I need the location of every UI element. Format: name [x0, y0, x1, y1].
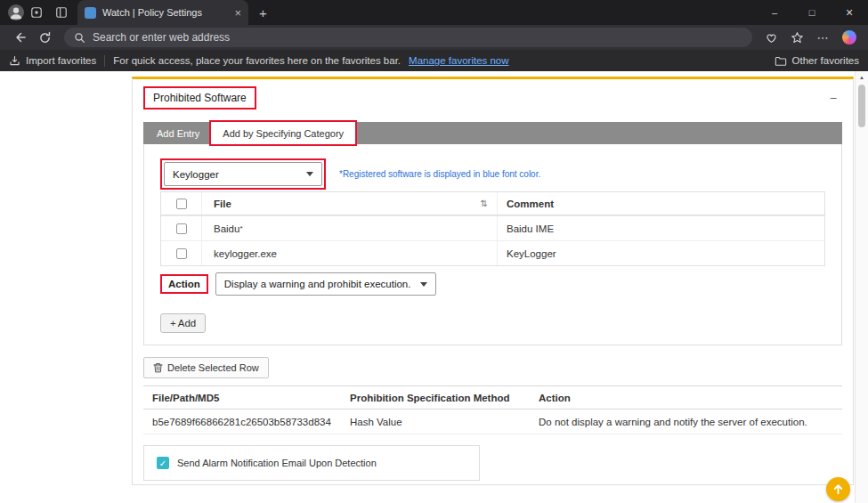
tab-add-by-category[interactable]: Add by Specifying Category	[211, 122, 355, 144]
browser-essentials-icon[interactable]	[759, 27, 783, 48]
entry-tabbar: Add Entry Add by Specifying Category	[143, 122, 842, 144]
column-header: File/Path/MD5	[143, 393, 350, 403]
back-to-top-button[interactable]	[826, 477, 850, 501]
comment-header: Comment	[497, 192, 824, 215]
action-select-value: Display a warning and prohibit execution…	[224, 279, 411, 289]
import-favorites-label: Import favorites	[26, 55, 96, 66]
scroll-up-icon[interactable]: ▲	[856, 75, 868, 80]
search-icon	[74, 32, 85, 44]
action-cell: Do not display a warning and notify the …	[539, 417, 842, 427]
row-checkbox[interactable]	[176, 248, 187, 259]
folder-icon	[775, 55, 787, 67]
category-select-value: Keylogger	[173, 169, 219, 180]
prohibition-table: File/Path/MD5 Prohibition Specification …	[143, 385, 842, 434]
profile-avatar[interactable]	[8, 4, 24, 20]
panel-header: Prohibited Software −	[143, 86, 842, 110]
table-row: keylogger.exe KeyLogger	[161, 240, 824, 265]
prohibited-software-panel: Prohibited Software − Add Entry Add by S…	[132, 77, 854, 485]
browser-tab[interactable]: Watch | Policy Settings ×	[77, 0, 248, 25]
file-cell: keylogger.exe	[214, 248, 277, 259]
sort-icon[interactable]: ⇅	[481, 199, 488, 208]
minimize-button[interactable]: –	[756, 0, 793, 25]
column-header: Action	[539, 393, 842, 403]
tab-title: Watch | Policy Settings	[102, 7, 228, 18]
back-arrow-icon	[12, 30, 27, 45]
settings-menu-icon[interactable]: ⋯	[811, 27, 835, 48]
person-icon	[8, 4, 24, 20]
favorites-hint: For quick access, place your favorites h…	[113, 55, 401, 66]
category-select[interactable]: Keylogger	[164, 162, 322, 186]
file-superscript: *	[239, 224, 242, 232]
comment-cell: Baidu IME	[497, 216, 824, 240]
page-scrollbar[interactable]: ▲	[855, 71, 868, 503]
alarm-label: Send Alarm Notification Email Upon Detec…	[177, 458, 377, 468]
up-arrow-icon	[831, 483, 845, 496]
method-cell: Hash Value	[350, 417, 539, 427]
tab-add-entry[interactable]: Add Entry	[145, 122, 211, 144]
chevron-down-icon	[306, 172, 313, 176]
import-favorites-button[interactable]: Import favorites	[9, 55, 96, 67]
file-cell: Baidu	[214, 223, 239, 234]
maximize-button[interactable]: □	[793, 0, 831, 25]
row-checkbox[interactable]	[176, 223, 187, 234]
check-icon: ✓	[159, 458, 166, 468]
address-bar[interactable]: Search or enter web address	[64, 28, 752, 47]
registered-note: *Registered software is displayed in blu…	[339, 169, 540, 179]
tab-panel: Keylogger *Registered software is displa…	[143, 144, 842, 345]
column-header: Prohibition Specification Method	[350, 393, 539, 403]
refresh-button[interactable]	[33, 27, 57, 48]
select-all-checkbox[interactable]	[176, 199, 187, 209]
table-row: Baidu* Baidu IME	[161, 215, 824, 240]
other-favorites-button[interactable]: Other favorites	[775, 55, 859, 67]
manage-favorites-link[interactable]: Manage favorites now	[409, 55, 509, 66]
tab-favicon	[85, 7, 96, 19]
address-placeholder: Search or enter web address	[93, 31, 230, 44]
software-table-header: File ⇅ Comment	[161, 192, 824, 215]
favorites-hub-icon[interactable]	[785, 27, 809, 48]
section-title: Prohibited Software	[143, 86, 256, 110]
collapse-icon[interactable]: −	[830, 92, 837, 104]
action-label: Action	[160, 274, 208, 294]
browser-titlebar: Watch | Policy Settings × + – □ ×	[0, 0, 868, 25]
add-button[interactable]: +Add	[160, 313, 206, 333]
chevron-down-icon	[420, 282, 427, 287]
divider	[104, 55, 105, 67]
copilot-button[interactable]	[837, 27, 861, 48]
browser-navbar: Search or enter web address ⋯	[0, 25, 868, 50]
copilot-icon	[842, 30, 856, 45]
page-content: Prohibited Software − Add Entry Add by S…	[0, 71, 855, 503]
delete-selected-row-button[interactable]: Delete Selected Row	[143, 357, 269, 378]
action-select[interactable]: Display a warning and prohibit execution…	[215, 272, 436, 296]
comment-cell: KeyLogger	[497, 241, 824, 265]
md5-cell: b5e7689f66866281c26503b58733d834	[143, 417, 350, 427]
scrollbar-thumb[interactable]	[858, 85, 865, 127]
window-close-button[interactable]: ×	[831, 0, 868, 25]
table-row: b5e7689f66866281c26503b58733d834 Hash Va…	[143, 410, 842, 434]
back-button[interactable]	[7, 27, 31, 48]
file-header: File	[214, 199, 231, 209]
window-controls: – □ ×	[756, 0, 868, 25]
favorites-bar: Import favorites For quick access, place…	[0, 50, 868, 71]
refresh-icon	[38, 31, 52, 45]
import-favorites-icon	[9, 55, 20, 67]
plus-icon: +	[170, 318, 176, 329]
prohibition-table-header: File/Path/MD5 Prohibition Specification …	[143, 385, 842, 410]
add-button-label: Add	[178, 318, 196, 329]
workspaces-icon[interactable]	[24, 0, 49, 25]
tab-close-icon[interactable]: ×	[234, 7, 241, 19]
trash-icon	[153, 362, 163, 373]
category-select-annotation: Keylogger	[160, 158, 326, 190]
alarm-checkbox[interactable]: ✓	[157, 457, 169, 469]
action-row: Action Display a warning and prohibit ex…	[160, 272, 825, 296]
delete-button-label: Delete Selected Row	[167, 362, 259, 373]
alarm-notification-box: ✓ Send Alarm Notification Email Upon Det…	[143, 445, 480, 481]
other-favorites-label: Other favorites	[792, 55, 859, 66]
vertical-tabs-icon[interactable]	[49, 0, 74, 25]
new-tab-button[interactable]: +	[259, 5, 267, 20]
software-table: File ⇅ Comment Baidu* Baidu IME keylogge…	[160, 191, 825, 266]
